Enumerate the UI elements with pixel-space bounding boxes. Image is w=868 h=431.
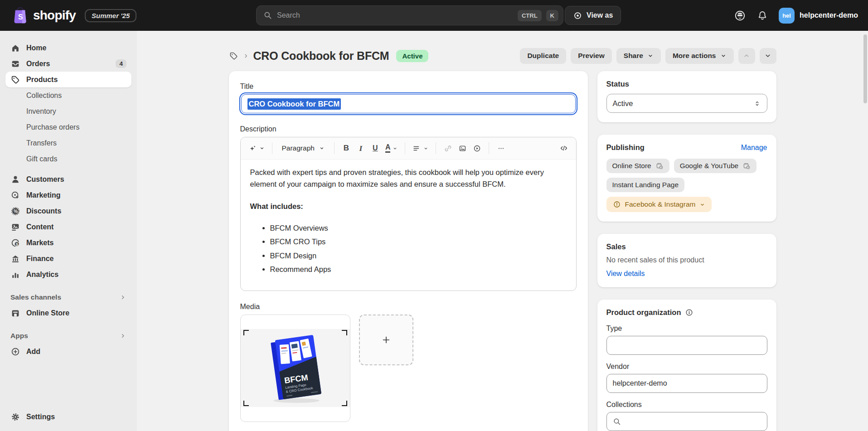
- sidebar-item-purchase-orders[interactable]: Purchase orders: [5, 119, 131, 135]
- search-input[interactable]: [277, 11, 513, 19]
- channel-pill-instant-landing-page[interactable]: Instant Landing Page: [606, 178, 685, 192]
- home-icon: [10, 43, 20, 53]
- alignment-button[interactable]: [410, 141, 431, 155]
- shopify-bag-icon: S: [12, 6, 29, 25]
- crop-corner-icon: [243, 330, 249, 335]
- sidebar-item-customers[interactable]: Customers: [5, 171, 131, 187]
- editor-toolbar: Paragraph B I U A: [241, 137, 576, 160]
- duplicate-button[interactable]: Duplicate: [520, 48, 566, 64]
- breadcrumb-products-tag-icon[interactable]: [229, 51, 238, 61]
- code-icon: [559, 144, 568, 153]
- svg-text:$: $: [16, 242, 18, 246]
- sidebar-item-online-store[interactable]: Online Store: [5, 305, 131, 321]
- notifications-bell-icon[interactable]: [757, 10, 768, 21]
- more-actions-button[interactable]: More actions: [665, 48, 734, 64]
- image-icon: [458, 144, 467, 153]
- media-item-thumbnail[interactable]: BFCM Landing Page & CRO Cookbook: [240, 315, 350, 422]
- channel-pill-google-youtube[interactable]: Google & YouTube: [674, 159, 757, 173]
- sidebar-section-sales-channels[interactable]: Sales channels: [5, 290, 131, 305]
- next-product-button[interactable]: [760, 48, 776, 64]
- view-as-label: View as: [587, 11, 613, 19]
- marketing-icon: [10, 190, 20, 200]
- avatar: hel: [779, 8, 795, 24]
- sidebar-item-marketing[interactable]: Marketing: [5, 187, 131, 203]
- scrollbar[interactable]: [863, 34, 867, 103]
- channel-pill-online-store[interactable]: Online Store: [606, 159, 669, 173]
- sidebar-item-content[interactable]: Content: [5, 219, 131, 235]
- sidebar-item-transfers[interactable]: Transfers: [5, 135, 131, 151]
- share-button[interactable]: Share: [616, 48, 661, 64]
- add-media-button[interactable]: [359, 315, 413, 365]
- ellipsis-icon: [497, 144, 505, 153]
- vendor-input[interactable]: [606, 374, 767, 393]
- previous-product-button[interactable]: [738, 48, 755, 64]
- title-input[interactable]: CRO Cookbook for BFCM: [241, 94, 576, 113]
- sidebar-item-inventory[interactable]: Inventory: [5, 103, 131, 119]
- finance-icon: [10, 254, 20, 264]
- toolbar-divider: [405, 142, 405, 154]
- global-search[interactable]: CTRL K: [256, 5, 563, 25]
- product-organization-card: Product organization Type Vendor Collect…: [597, 300, 776, 431]
- sidebar-item-home[interactable]: Home: [5, 40, 131, 56]
- channel-pill-facebook-instagram[interactable]: Facebook & Instagram: [606, 197, 712, 212]
- list-item: Recommend Apps: [270, 264, 567, 276]
- toolbar-divider: [334, 142, 335, 154]
- text-color-button[interactable]: A: [383, 141, 400, 155]
- shopify-logo[interactable]: S shopify Summer '25: [12, 0, 136, 31]
- shortcut-ctrl: CTRL: [518, 10, 542, 21]
- view-details-link[interactable]: View details: [606, 270, 645, 277]
- edition-badge: Summer '25: [85, 9, 136, 22]
- insert-image-button[interactable]: [456, 141, 469, 155]
- calendar-clock-icon: [742, 162, 751, 170]
- sidebar-item-products[interactable]: Products: [5, 72, 131, 87]
- preview-button[interactable]: Preview: [571, 48, 612, 64]
- chevron-down-icon: [720, 53, 727, 59]
- sidebar-item-analytics[interactable]: Analytics: [5, 266, 131, 282]
- type-label: Type: [606, 324, 767, 333]
- info-icon[interactable]: [685, 308, 693, 317]
- chevron-down-icon: [259, 145, 265, 151]
- collections-search-input[interactable]: [606, 412, 767, 431]
- select-chevrons-icon: [753, 100, 761, 107]
- more-formatting-button[interactable]: [494, 141, 508, 155]
- description-bullet-list: BFCM Overviews BFCM CRO Tips BFCM Design…: [250, 223, 567, 276]
- crop-corner-icon: [342, 401, 347, 406]
- list-item: BFCM Design: [270, 250, 567, 262]
- paragraph-style-select[interactable]: Paragraph: [277, 141, 329, 155]
- sparkle-icon: [248, 144, 257, 153]
- bold-button[interactable]: B: [339, 141, 353, 155]
- sidebar-item-markets[interactable]: $ Markets: [5, 235, 131, 251]
- publishing-card: Publishing Manage Online Store Google & …: [597, 135, 776, 222]
- sidebar-item-finance[interactable]: Finance: [5, 251, 131, 266]
- sidebar-item-gift-cards[interactable]: Gift cards: [5, 151, 131, 167]
- description-content[interactable]: Packed with expert tips and proven strat…: [241, 160, 576, 291]
- insert-link-button[interactable]: [441, 141, 455, 155]
- assistant-icon[interactable]: [734, 10, 746, 22]
- italic-button[interactable]: I: [354, 141, 368, 155]
- title-selected-text: CRO Cookbook for BFCM: [247, 98, 341, 110]
- sidebar-item-orders[interactable]: Orders 4: [5, 56, 131, 72]
- sidebar-item-settings[interactable]: Settings: [5, 409, 131, 425]
- chevron-down-icon: [764, 52, 771, 59]
- sidebar-item-discounts[interactable]: % Discounts: [5, 203, 131, 219]
- status-select[interactable]: Active: [606, 94, 767, 113]
- account-menu[interactable]: hel helpcenter-demo: [779, 8, 858, 24]
- topbar: S shopify Summer '25 CTRL K View as: [0, 0, 868, 31]
- align-left-icon: [412, 144, 421, 153]
- insert-video-button[interactable]: [470, 141, 484, 155]
- analytics-icon: [10, 270, 20, 280]
- sidebar-item-add-app[interactable]: Add: [5, 344, 131, 359]
- shortcut-k: K: [546, 10, 558, 21]
- sidebar-item-collections[interactable]: Collections: [5, 87, 131, 103]
- underline-button[interactable]: U: [369, 141, 382, 155]
- ai-sparkle-button[interactable]: [246, 141, 267, 155]
- list-item: BFCM CRO Tips: [270, 236, 567, 248]
- chevron-down-icon: [699, 202, 705, 208]
- sidebar-section-apps[interactable]: Apps: [5, 328, 131, 344]
- show-html-button[interactable]: [557, 141, 571, 155]
- manage-link[interactable]: Manage: [741, 144, 767, 152]
- product-details-card: Title CRO Cookbook for BFCM Description: [229, 71, 588, 431]
- content-icon: [10, 222, 20, 232]
- view-as-button[interactable]: View as: [565, 6, 621, 25]
- type-input[interactable]: [606, 336, 767, 355]
